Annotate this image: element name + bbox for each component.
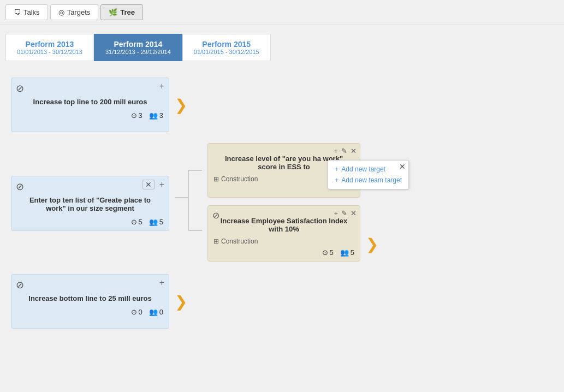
- sub-card-2-stats: ⊙ 5 👥 5: [213, 248, 354, 257]
- period-2014-name: Perform 2014: [105, 40, 171, 49]
- goal-1-expand-arrow[interactable]: ❯: [175, 96, 187, 114]
- goal-card-2: ⊘ + ✕ Enter top ten list of "Greate plac…: [11, 176, 169, 231]
- sub-card-2-status-icon: ⊘: [212, 210, 219, 221]
- goal-2-personal-icon: ⊙: [131, 218, 137, 226]
- goal-1-team-count: 3: [159, 111, 163, 120]
- sub-card-2-org-name: Construction: [221, 237, 258, 245]
- sub-card-1-close-icon[interactable]: ✕: [351, 147, 357, 155]
- goal-2-stats: ⊙ 5 👥 5: [17, 218, 163, 226]
- goal-card-1: ⊘ + Increase top line to 200 mill euros …: [11, 78, 169, 132]
- sub-card-2-team-count: 5: [351, 248, 354, 257]
- goal-2-team-icon: 👥: [149, 218, 158, 226]
- sub-card-2-personal-stat: ⊙ 5: [322, 248, 334, 257]
- sub-card-2-edit-icon[interactable]: ✎: [341, 209, 347, 217]
- sub-card-1-org-name: Construction: [221, 175, 258, 183]
- goal-1-team-stat: 👥 3: [149, 111, 163, 120]
- goal-3-personal-stat: ⊙ 0: [131, 308, 143, 316]
- tab-targets[interactable]: ◎ Targets: [50, 4, 99, 20]
- sub-card-2-org-icon: ⊞: [213, 237, 219, 245]
- period-2015[interactable]: Perform 2015 01/01/2015 - 30/12/2015: [182, 34, 271, 61]
- goal-1-personal-count: 3: [139, 111, 143, 120]
- sub-card-1-add-icon[interactable]: +: [334, 147, 338, 155]
- tab-talks-label: Talks: [23, 8, 40, 16]
- goal-1-title: Increase top line to 200 mill euros: [17, 96, 163, 108]
- goal-1-personal-icon: ⊙: [131, 111, 137, 120]
- period-2013[interactable]: Perform 2013 01/01/2013 - 30/12/2013: [5, 34, 94, 61]
- targets-icon: ◎: [58, 8, 64, 16]
- popup-menu-1: ✕ + Add new target + Add new team target: [328, 160, 409, 189]
- add-team-target-item[interactable]: + Add new team target: [333, 175, 404, 186]
- goal-3-personal-icon: ⊙: [131, 308, 137, 316]
- goal-2-status-icon: ⊘: [16, 181, 24, 193]
- tab-talks[interactable]: 🗨 Talks: [5, 4, 48, 20]
- nav-tabs: 🗨 Talks ◎ Targets 🌿 Tree: [0, 0, 564, 25]
- goal-3-team-stat: 👥 0: [149, 308, 163, 316]
- tab-tree[interactable]: 🌿 Tree: [100, 4, 143, 20]
- goal-3-status-icon: ⊘: [16, 279, 24, 291]
- tree-row-1: ⊘ + Increase top line to 200 mill euros …: [11, 78, 553, 132]
- sub-card-2-title: Increase Employee Satisfaction Index wit…: [213, 215, 354, 235]
- tree-row-3: ⊘ + Increase bottom line to 25 mill euro…: [11, 274, 553, 329]
- sub-card-2-close-icon[interactable]: ✕: [351, 209, 357, 217]
- goal-2-team-stat: 👥 5: [149, 218, 163, 226]
- tab-targets-label: Targets: [67, 8, 91, 16]
- period-2015-name: Perform 2015: [194, 40, 259, 49]
- goal-3-expand-arrow[interactable]: ❯: [175, 293, 187, 311]
- goal-3-team-count: 0: [159, 308, 163, 316]
- add-target-item[interactable]: + Add new target: [333, 164, 404, 175]
- sub-card-2-personal-icon: ⊙: [322, 248, 328, 257]
- goal-1-stats: ⊙ 3 👥 3: [17, 111, 163, 120]
- sub-card-2: ⊘ + ✎ ✕ Increase Employee Satisfaction I…: [207, 205, 360, 262]
- goal-card-3: ⊘ + Increase bottom line to 25 mill euro…: [11, 274, 169, 329]
- sub-card-1-org-icon: ⊞: [213, 175, 219, 183]
- goal-2-add-button[interactable]: +: [159, 180, 164, 189]
- tree-row-2: ⊘ + ✕ Enter top ten list of "Greate plac…: [11, 143, 553, 263]
- period-2015-date: 01/01/2015 - 30/12/2015: [194, 49, 259, 55]
- period-2014-date: 31/12/2013 - 29/12/2014: [105, 49, 171, 55]
- period-2014[interactable]: Perform 2014 31/12/2013 - 29/12/2014: [94, 34, 182, 61]
- goal-1-status-icon: ⊘: [16, 82, 24, 94]
- goal-3-title: Increase bottom line to 25 mill euros: [17, 292, 163, 305]
- connector-2: [175, 143, 202, 254]
- sub-card-2-personal-count: 5: [330, 248, 334, 257]
- sub-card-1-edit-icon[interactable]: ✎: [341, 147, 347, 155]
- goal-1-add-button[interactable]: +: [159, 81, 164, 91]
- add-team-target-plus-icon: +: [335, 176, 339, 184]
- goal-2-close-button[interactable]: ✕: [143, 180, 155, 189]
- goal-3-personal-count: 0: [139, 308, 143, 316]
- period-2013-name: Perform 2013: [17, 40, 82, 49]
- sub-card-1-toolbar: + ✎ ✕: [334, 147, 357, 155]
- period-bar: Perform 2013 01/01/2013 - 30/12/2013 Per…: [5, 34, 559, 61]
- sub-card-1: + ✎ ✕ Increase level of "are you ha work…: [207, 143, 360, 198]
- goal-3-stats: ⊙ 0 👥 0: [17, 308, 163, 316]
- sub-card-2-team-icon: 👥: [340, 248, 349, 257]
- add-team-target-label: Add new team target: [341, 176, 402, 184]
- child-column-2: + ✎ ✕ Increase level of "are you ha work…: [207, 143, 360, 262]
- sub-card-2-team-stat: 👥 5: [340, 248, 354, 257]
- tab-tree-label: Tree: [120, 8, 135, 16]
- sub-card-2-toolbar: + ✎ ✕: [334, 209, 357, 217]
- goal-3-team-icon: 👥: [149, 308, 158, 316]
- add-target-plus-icon: +: [335, 165, 339, 173]
- goal-1-team-icon: 👥: [149, 111, 158, 120]
- goal-2-title: Enter top ten list of "Greate place to w…: [17, 194, 163, 215]
- talks-icon: 🗨: [14, 8, 21, 16]
- goal-1-personal-stat: ⊙ 3: [131, 111, 143, 120]
- goal-3-add-button[interactable]: +: [159, 278, 164, 288]
- goal-2-personal-count: 5: [139, 218, 143, 226]
- popup-close-button[interactable]: ✕: [399, 162, 406, 171]
- sub-card-2-org: ⊞ Construction: [213, 237, 354, 245]
- child-2-expand-arrow[interactable]: ❯: [366, 235, 378, 253]
- goal-2-team-count: 5: [159, 218, 163, 226]
- goal-2-personal-stat: ⊙ 5: [131, 218, 143, 226]
- tree-icon: 🌿: [109, 8, 117, 16]
- tree-area: ⊘ + Increase top line to 200 mill euros …: [0, 67, 564, 340]
- add-target-label: Add new target: [341, 165, 385, 173]
- period-2013-date: 01/01/2013 - 30/12/2013: [17, 49, 82, 55]
- sub-card-2-add-icon[interactable]: +: [334, 209, 338, 217]
